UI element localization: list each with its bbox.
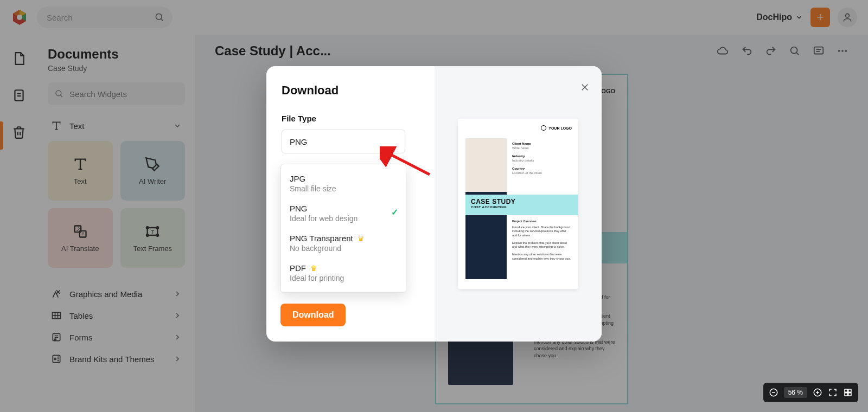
file-type-select[interactable]: PNG <box>282 130 405 153</box>
plus-circle-icon <box>813 388 822 397</box>
zoom-in-button[interactable] <box>813 388 822 397</box>
svg-rect-51 <box>845 393 847 396</box>
zoom-out-button[interactable] <box>769 388 778 397</box>
file-type-dropdown[interactable]: JPG Small file size PNG Ideal for web de… <box>280 164 406 293</box>
option-png-transparent[interactable]: PNG Transparent ♛ No background <box>281 228 406 258</box>
close-modal-button[interactable] <box>580 82 590 92</box>
svg-rect-50 <box>848 389 851 392</box>
download-button[interactable]: Download <box>280 304 346 326</box>
grid-view-button[interactable] <box>843 388 853 397</box>
crown-icon: ♛ <box>310 264 317 273</box>
check-icon: ✓ <box>391 207 398 217</box>
close-icon <box>580 82 590 92</box>
svg-rect-49 <box>845 389 847 392</box>
modal-preview: YOUR LOGO Client Name Write name Industr… <box>435 66 602 342</box>
grid-icon <box>843 388 853 397</box>
modal-title: Download <box>282 83 419 98</box>
download-modal: Download File Type PNG JPG Small file si… <box>266 66 602 342</box>
option-jpg[interactable]: JPG Small file size <box>281 169 406 198</box>
minus-circle-icon <box>769 388 778 397</box>
zoom-value[interactable]: 56 % <box>784 387 807 398</box>
modal-form: Download File Type PNG JPG Small file si… <box>266 66 435 342</box>
globe-icon <box>541 125 546 131</box>
option-png[interactable]: PNG Ideal for web design ✓ <box>281 198 406 228</box>
fullscreen-icon <box>828 388 838 397</box>
file-type-value: PNG <box>290 137 308 146</box>
crown-icon: ♛ <box>358 234 365 243</box>
option-pdf[interactable]: PDF ♛ Ideal for printing <box>281 258 406 288</box>
file-type-label: File Type <box>282 114 419 123</box>
preview-thumbnail: YOUR LOGO Client Name Write name Industr… <box>458 119 578 289</box>
svg-rect-52 <box>848 393 851 396</box>
fullscreen-button[interactable] <box>828 388 838 397</box>
zoom-toolbar: 56 % <box>763 383 858 402</box>
